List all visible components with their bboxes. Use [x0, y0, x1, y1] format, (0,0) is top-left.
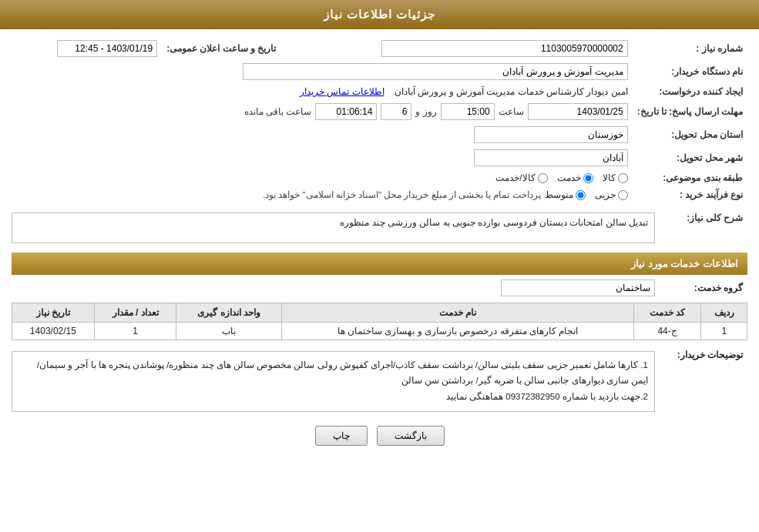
ostan-value [12, 123, 633, 146]
mohlet-value: ساعت روز و ساعت باقی مانده [12, 100, 633, 123]
tabaqe-kala-khedmat-radio[interactable] [538, 173, 548, 183]
navaa-note: پرداخت تمام یا بخشی از مبلغ خریدار محل "… [263, 189, 541, 200]
tabaqe-kala-option[interactable]: کالا [603, 172, 628, 183]
sharh-text: تبدیل سالن امتحانات دبستان فردوسی بوارده… [340, 217, 648, 228]
mohlet-baqi-label: ساعت باقی مانده [244, 106, 312, 117]
tarikh-elaan-input[interactable] [57, 40, 157, 57]
col-tedad: تعداد / مقدار [94, 303, 176, 323]
khadamat-title: اطلاعات خدمات مورد نیاز [631, 258, 738, 269]
ostan-label: استان محل تحویل: [633, 123, 747, 146]
col-radif: ردیف [701, 303, 747, 323]
goroh-row: گروه خدمت: [12, 279, 747, 296]
nam-dastgah-label: نام دستگاه خریدار: [633, 60, 747, 83]
back-button[interactable]: بازگشت [377, 426, 445, 446]
tawzihat-section: توضیحات خریدار: 1. کارها شامل تعمیر جزیی… [12, 346, 747, 417]
row-ostan: استان محل تحویل: [12, 123, 747, 146]
col-vahed: واحد اندازه گیری [176, 303, 282, 323]
content-area: شماره نیاز : تاریخ و ساعت اعلان عمومی: ن… [0, 29, 759, 461]
row-navaa: نوع فرآیند خرید : جزیی متوسط [12, 186, 747, 203]
col-name: نام خدمت [282, 303, 634, 323]
goroh-label: گروه خدمت: [655, 279, 747, 296]
tawzihat-content: 1. کارها شامل تعمیر جزیی سقف بلیتی سالن/… [12, 346, 655, 417]
sharh-box: تبدیل سالن امتحانات دبستان فردوسی بوارده… [12, 212, 655, 243]
nam-dastgah-input[interactable] [243, 63, 628, 80]
page-title: جزئیات اطلاعات نیاز [324, 8, 435, 21]
navaa-label: نوع فرآیند خرید : [633, 186, 747, 203]
tabaqe-khedmat-option[interactable]: خدمت [557, 172, 593, 183]
mohlet-row: ساعت روز و ساعت باقی مانده [16, 103, 628, 120]
col-tarikh: تاریخ نیاز [12, 303, 95, 323]
row-shomara: شماره نیاز : تاریخ و ساعت اعلان عمومی: [12, 37, 747, 60]
sharh-label: شرح کلی نیاز: [655, 209, 747, 246]
navaa-value: جزیی متوسط پرداخت تمام یا بخشی از مبلغ خ… [12, 186, 633, 203]
goroh-section: گروه خدمت: [12, 279, 747, 296]
tawzihat-row: توضیحات خریدار: 1. کارها شامل تعمیر جزیی… [12, 346, 747, 417]
page-wrapper: جزئیات اطلاعات نیاز شماره نیاز : تاریخ و… [0, 0, 759, 532]
button-row: بازگشت چاپ [12, 426, 747, 446]
tabaqe-radio-group: کالا خدمت کالا/خدمت [16, 172, 628, 183]
shahr-label: شهر محل تحویل: [633, 146, 747, 169]
navaa-radio-group: جزیی متوسط [545, 189, 628, 200]
tarikh-elaan-value [12, 37, 162, 60]
tawzihat-box: 1. کارها شامل تعمیر جزیی سقف بلیتی سالن/… [12, 351, 655, 412]
mohlet-date-input[interactable] [528, 103, 628, 120]
tawzihat-line: 2.جهت بازدید با شماره 09372382950 هماهنگ… [18, 390, 648, 405]
row-shahr: شهر محل تحویل: [12, 146, 747, 169]
mohlet-time-input[interactable] [441, 103, 495, 120]
goroh-input[interactable] [501, 279, 655, 296]
print-button[interactable]: چاپ [315, 426, 368, 446]
row-ijad: ایجاد کننده درخواست: امین دیودار کارشناس… [12, 83, 747, 100]
navaa-row: جزیی متوسط پرداخت تمام یا بخشی از مبلغ خ… [16, 189, 628, 200]
tabaqe-label: طبقه بندی موضوعی: [633, 169, 747, 186]
ijad-value: امین دیودار کارشناس خدمات مدیریت آموزش و… [12, 83, 633, 100]
mohlet-rooz-label: روز و [415, 106, 436, 117]
navaa-jozi-option[interactable]: جزیی [595, 189, 628, 200]
ijad-label: ایجاد کننده درخواست: [633, 83, 747, 100]
sharh-section: شرح کلی نیاز: تبدیل سالن امتحانات دبستان… [12, 209, 747, 246]
page-header: جزئیات اطلاعات نیاز [0, 0, 759, 29]
ostan-input[interactable] [474, 126, 628, 143]
row-nam-dastgah: نام دستگاه خریدار: [12, 60, 747, 83]
mohlet-label: مهلت ارسال پاسخ: تا تاریخ: [633, 100, 747, 123]
table-body: 1ج-44انجام کارهای متفرقه درخصوص بازسازی … [12, 323, 747, 340]
mohlet-baqi-input[interactable] [315, 103, 377, 120]
navaa-motovasset-radio[interactable] [576, 190, 586, 200]
table-row: 1ج-44انجام کارهای متفرقه درخصوص بازسازی … [12, 323, 747, 340]
shomara-value [280, 37, 632, 60]
tabaqe-value: کالا خدمت کالا/خدمت [12, 169, 633, 186]
tabaqe-khedmat-radio[interactable] [583, 173, 593, 183]
table-header-row: ردیف کد خدمت نام خدمت واحد اندازه گیری ت… [12, 303, 747, 323]
sharh-value: تبدیل سالن امتحانات دبستان فردوسی بوارده… [12, 209, 655, 246]
mohlet-rooz-input[interactable] [381, 103, 411, 120]
tarikh-elaan-label: تاریخ و ساعت اعلان عمومی: [162, 37, 280, 60]
tawzihat-line: 1. کارها شامل تعمیر جزیی سقف بلیتی سالن/… [18, 358, 648, 388]
goroh-value [12, 279, 655, 296]
shahr-input[interactable] [474, 149, 628, 166]
navaa-motovasset-option[interactable]: متوسط [545, 189, 586, 200]
col-kod: کد خدمت [633, 303, 701, 323]
main-info-table: شماره نیاز : تاریخ و ساعت اعلان عمومی: ن… [12, 37, 747, 203]
shomara-input[interactable] [381, 40, 628, 57]
ijad-text: امین دیودار کارشناس خدمات مدیریت آموزش و… [395, 86, 628, 97]
navaa-jozi-radio[interactable] [618, 190, 628, 200]
shahr-value [12, 146, 633, 169]
row-tabaqe: طبقه بندی موضوعی: کالا خدمت [12, 169, 747, 186]
khadamat-section-header: اطلاعات خدمات مورد نیاز [12, 253, 747, 275]
etelaat-tamas-link[interactable]: اطلاعات تماس خریدار [300, 86, 385, 97]
tabaqe-kala-khedmat-option[interactable]: کالا/خدمت [495, 172, 547, 183]
tabaqe-kala-radio[interactable] [618, 173, 628, 183]
shomara-label: شماره نیاز : [633, 37, 747, 60]
mohlet-time-label: ساعت [499, 106, 524, 117]
services-table: ردیف کد خدمت نام خدمت واحد اندازه گیری ت… [12, 303, 747, 340]
table-head: ردیف کد خدمت نام خدمت واحد اندازه گیری ت… [12, 303, 747, 323]
sharh-row: شرح کلی نیاز: تبدیل سالن امتحانات دبستان… [12, 209, 747, 246]
nam-dastgah-value [12, 60, 633, 83]
row-mohlet: مهلت ارسال پاسخ: تا تاریخ: ساعت روز و سا… [12, 100, 747, 123]
tawzihat-label: توضیحات خریدار: [655, 346, 747, 417]
goroh-table: گروه خدمت: [12, 279, 747, 296]
